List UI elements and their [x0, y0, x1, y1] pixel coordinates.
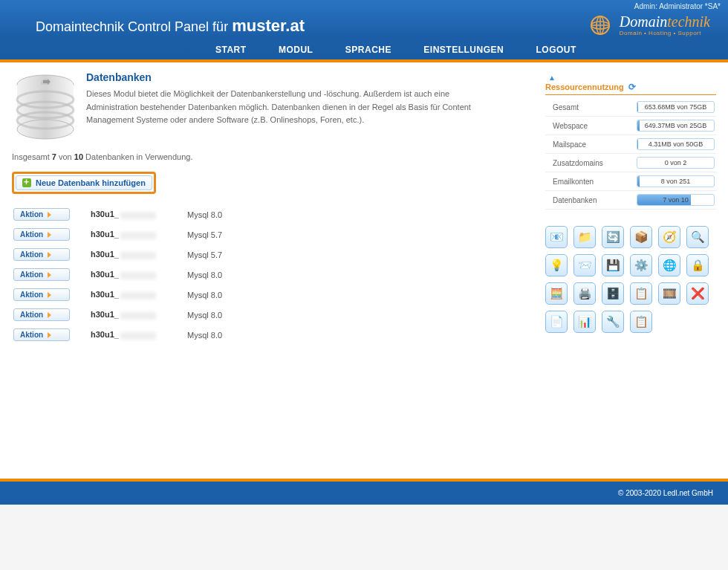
- module-heading: Datenbanken: [86, 71, 487, 83]
- module-icon[interactable]: ❌: [686, 282, 709, 305]
- database-name: h30u1_: [91, 230, 187, 239]
- action-button[interactable]: Aktion: [13, 208, 70, 221]
- resources-heading: Ressourcennutzung ⟳: [545, 82, 716, 95]
- module-icon[interactable]: 🖨️: [573, 282, 596, 305]
- resources-table: Gesamt653.68MB von 75GBWebspace649.37MB …: [545, 98, 716, 210]
- module-description: Dieses Modul bietet die Möglichkeit der …: [86, 88, 487, 127]
- page-title: Domaintechnik Control Panel für muster.a…: [36, 16, 305, 36]
- module-icon[interactable]: 📊: [573, 311, 596, 333]
- database-row: Aktionh30u1_Mysql 5.7: [13, 244, 487, 265]
- module-icon[interactable]: 🌐: [658, 254, 680, 276]
- database-row: Aktionh30u1_Mysql 8.0: [13, 325, 487, 345]
- database-version: Mysql 8.0: [187, 311, 222, 320]
- add-database-button[interactable]: Neue Datenbank hinzufügen: [16, 175, 152, 190]
- admin-label: Admin: Administrator *SA*: [634, 2, 721, 10]
- action-button[interactable]: Aktion: [13, 268, 70, 281]
- database-name: h30u1_: [91, 330, 187, 339]
- chevron-right-icon: [48, 312, 51, 318]
- chevron-right-icon: [48, 212, 51, 218]
- module-icon[interactable]: 🔒: [686, 254, 709, 276]
- database-row: Aktionh30u1_Mysql 8.0: [13, 285, 487, 305]
- sidebar: ▲ Ressourcennutzung ⟳ Gesamt653.68MB von…: [545, 71, 716, 449]
- chevron-right-icon: [48, 252, 51, 258]
- globe-icon: [585, 10, 615, 40]
- module-icon[interactable]: 📧: [545, 226, 568, 248]
- collapse-icon[interactable]: ▲: [548, 74, 556, 82]
- action-button[interactable]: Aktion: [13, 328, 70, 341]
- module-icon[interactable]: 💾: [602, 254, 624, 276]
- module-icon[interactable]: 🔄: [602, 226, 624, 248]
- database-row: Aktionh30u1_Mysql 8.0: [13, 305, 487, 325]
- content: Datenbanken Dieses Modul bietet die Mögl…: [12, 71, 502, 449]
- chevron-right-icon: [48, 272, 51, 278]
- database-row: Aktionh30u1_Mysql 8.0: [13, 265, 487, 285]
- module-icon[interactable]: 📄: [545, 311, 568, 333]
- module-icon[interactable]: 📦: [630, 226, 652, 248]
- resource-label: Gesamt: [545, 98, 635, 117]
- resource-row: Zusatzdomains0 von 2: [545, 154, 716, 172]
- resource-row: Datenbanken7 von 10: [545, 191, 716, 210]
- nav-start[interactable]: START: [215, 45, 247, 55]
- module-icon[interactable]: 🗄️: [602, 282, 624, 305]
- resource-label: Webspace: [545, 117, 635, 135]
- nav-sprache[interactable]: SPRACHE: [345, 45, 391, 55]
- action-button[interactable]: Aktion: [13, 228, 70, 241]
- resource-label: Mailspace: [545, 135, 635, 154]
- resource-row: Emailkonten8 von 251: [545, 172, 716, 191]
- main-nav: START MODUL SPRACHE EINSTELLUNGEN LOGOUT: [201, 45, 591, 55]
- module-icon[interactable]: 🔍: [686, 226, 709, 248]
- chevron-right-icon: [48, 292, 51, 298]
- database-name: h30u1_: [91, 270, 187, 279]
- action-button[interactable]: Aktion: [13, 308, 70, 321]
- module-icon[interactable]: ⚙️: [630, 254, 652, 276]
- database-icon: [12, 71, 86, 143]
- nav-einstellungen[interactable]: EINSTELLUNGEN: [423, 45, 504, 55]
- resource-row: Gesamt653.68MB von 75GB: [545, 98, 716, 117]
- footer: © 2003-2020 Ledl.net GmbH: [0, 479, 728, 505]
- database-name: h30u1_: [91, 290, 187, 299]
- header: Admin: Administrator *SA* Domaintechnik …: [0, 0, 728, 62]
- resource-label: Zusatzdomains: [545, 154, 635, 172]
- resource-label: Emailkonten: [545, 172, 635, 191]
- chevron-right-icon: [48, 232, 51, 238]
- resource-bar: 0 von 2: [637, 157, 715, 169]
- database-name: h30u1_: [91, 250, 187, 259]
- database-list: Aktionh30u1_Mysql 8.0Aktionh30u1_Mysql 5…: [13, 204, 487, 345]
- database-row: Aktionh30u1_Mysql 5.7: [13, 224, 487, 244]
- resource-bar: 653.68MB von 75GB: [637, 101, 715, 113]
- module-icon[interactable]: 🔧: [602, 311, 624, 333]
- database-name: h30u1_: [91, 210, 187, 218]
- nav-modul[interactable]: MODUL: [279, 45, 313, 55]
- database-version: Mysql 8.0: [187, 291, 222, 299]
- nav-logout[interactable]: LOGOUT: [536, 45, 576, 55]
- add-database-highlight: Neue Datenbank hinzufügen: [12, 172, 156, 194]
- database-version: Mysql 5.7: [187, 230, 222, 239]
- action-button[interactable]: Aktion: [13, 288, 70, 301]
- module-icon[interactable]: 🧮: [545, 282, 568, 305]
- resource-bar: 649.37MB von 25GB: [637, 120, 715, 132]
- brand-logo: Domaintechnik Domain • Hosting • Support: [585, 10, 710, 40]
- refresh-icon[interactable]: ⟳: [628, 82, 636, 92]
- resource-bar: 7 von 10: [637, 194, 715, 206]
- module-icon-grid: 📧📁🔄📦🧭🔍💡📨💾⚙️🌐🔒🧮🖨️🗄️📋🎞️❌📄📊🔧📋: [545, 226, 716, 333]
- module-icon[interactable]: 📋: [630, 282, 652, 305]
- resource-row: Webspace649.37MB von 25GB: [545, 117, 716, 135]
- database-version: Mysql 8.0: [187, 210, 222, 219]
- usage-summary: Insgesamt 7 von 10 Datenbanken in Verwen…: [12, 152, 487, 161]
- database-version: Mysql 8.0: [187, 271, 222, 279]
- module-icon[interactable]: 🎞️: [658, 282, 680, 305]
- module-icon[interactable]: 📨: [573, 254, 596, 276]
- database-version: Mysql 8.0: [187, 331, 222, 340]
- plus-icon: [22, 178, 31, 187]
- database-version: Mysql 5.7: [187, 250, 222, 259]
- action-button[interactable]: Aktion: [13, 248, 70, 261]
- resource-row: Mailspace4.31MB von 50GB: [545, 135, 716, 154]
- chevron-right-icon: [48, 332, 51, 338]
- resource-bar: 4.31MB von 50GB: [637, 138, 715, 150]
- module-icon[interactable]: 📁: [573, 226, 596, 248]
- database-row: Aktionh30u1_Mysql 8.0: [13, 204, 487, 224]
- resource-label: Datenbanken: [545, 191, 635, 210]
- module-icon[interactable]: 💡: [545, 254, 568, 276]
- module-icon[interactable]: 📋: [630, 311, 652, 333]
- module-icon[interactable]: 🧭: [658, 226, 680, 248]
